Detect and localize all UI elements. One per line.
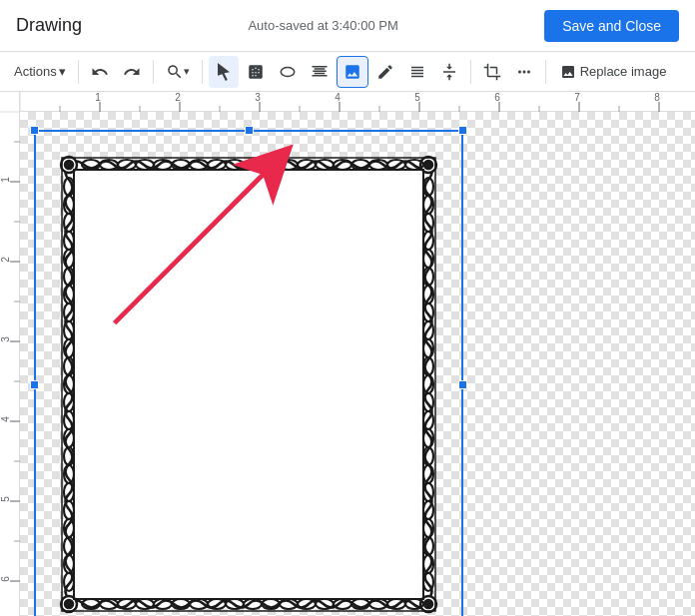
line-tool-button[interactable] [241, 56, 271, 88]
drawing-canvas[interactable] [34, 130, 463, 616]
more-icon [515, 63, 533, 81]
shape-ellipse-button[interactable] [273, 56, 303, 88]
image-button[interactable] [337, 56, 368, 88]
ellipse-icon [279, 63, 297, 81]
svg-point-54 [65, 600, 73, 608]
svg-text:3: 3 [0, 336, 11, 342]
image-icon [344, 63, 361, 81]
actions-label: Actions [14, 64, 57, 79]
svg-text:2: 2 [175, 92, 181, 103]
zoom-arrow: ▾ [184, 65, 190, 78]
textbox-icon [311, 63, 329, 81]
svg-text:2: 2 [0, 257, 11, 263]
svg-text:4: 4 [0, 416, 11, 422]
align-v-button[interactable] [434, 56, 464, 88]
autosave-status: Auto-saved at 3:40:00 PM [102, 18, 544, 33]
undo-icon [91, 63, 109, 81]
frame-svg [34, 130, 463, 616]
replace-image-icon [560, 64, 576, 80]
svg-text:5: 5 [414, 92, 420, 103]
zoom-button[interactable]: ▾ [160, 56, 196, 88]
select-tool-button[interactable] [209, 56, 239, 88]
align-v-icon [440, 63, 458, 81]
handle-mid-left[interactable] [30, 380, 39, 389]
svg-rect-48 [64, 160, 433, 609]
actions-dropdown-icon: ▾ [59, 64, 66, 79]
align-h-icon [408, 63, 426, 81]
separator-2 [153, 60, 154, 84]
line-icon [247, 63, 265, 81]
app-title: Drawing [16, 15, 82, 36]
header: Drawing Auto-saved at 3:40:00 PM Save an… [0, 0, 695, 52]
canvas-area[interactable]: 1 2 3 4 5 6 7 8 [0, 92, 695, 616]
separator-4 [470, 60, 471, 84]
svg-text:5: 5 [0, 496, 11, 502]
redo-icon [123, 63, 141, 81]
svg-text:4: 4 [335, 92, 341, 103]
more-options-button[interactable] [509, 56, 539, 88]
pencil-button[interactable] [370, 56, 400, 88]
svg-text:1: 1 [95, 92, 101, 103]
crop-button[interactable] [477, 56, 507, 88]
zoom-icon [166, 63, 184, 81]
actions-menu-button[interactable]: Actions ▾ [8, 56, 72, 88]
svg-point-0 [281, 67, 295, 76]
svg-text:6: 6 [0, 576, 11, 582]
align-h-button[interactable] [402, 56, 432, 88]
ruler-top: 1 2 3 4 5 6 7 8 [0, 92, 695, 112]
separator-1 [78, 60, 79, 84]
svg-text:6: 6 [494, 92, 500, 103]
svg-point-50 [65, 161, 73, 169]
handle-top-right[interactable] [458, 126, 467, 135]
save-close-button[interactable]: Save and Close [544, 10, 679, 42]
handle-mid-right[interactable] [458, 380, 467, 389]
separator-5 [545, 60, 546, 84]
canvas-content[interactable] [20, 112, 695, 616]
ruler-left-svg: 1 2 3 4 5 6 [0, 92, 20, 616]
pencil-icon [376, 63, 394, 81]
handle-top-left[interactable] [30, 126, 39, 135]
replace-image-button[interactable]: Replace image [552, 56, 675, 88]
svg-text:3: 3 [255, 92, 261, 103]
cursor-icon [215, 63, 233, 81]
handle-top-center[interactable] [245, 126, 254, 135]
ruler-top-svg: 1 2 3 4 5 6 7 8 [0, 92, 695, 112]
separator-3 [202, 60, 203, 84]
svg-point-56 [424, 600, 432, 608]
crop-icon [483, 63, 501, 81]
svg-point-52 [424, 161, 432, 169]
svg-text:7: 7 [574, 92, 580, 103]
undo-button[interactable] [85, 56, 115, 88]
toolbar: Actions ▾ ▾ [0, 52, 695, 92]
svg-text:1: 1 [0, 177, 11, 183]
redo-button[interactable] [117, 56, 147, 88]
svg-text:8: 8 [654, 92, 660, 103]
ruler-left: 1 2 3 4 5 6 [0, 92, 20, 616]
replace-image-label: Replace image [580, 64, 667, 79]
textbox-button[interactable] [305, 56, 335, 88]
